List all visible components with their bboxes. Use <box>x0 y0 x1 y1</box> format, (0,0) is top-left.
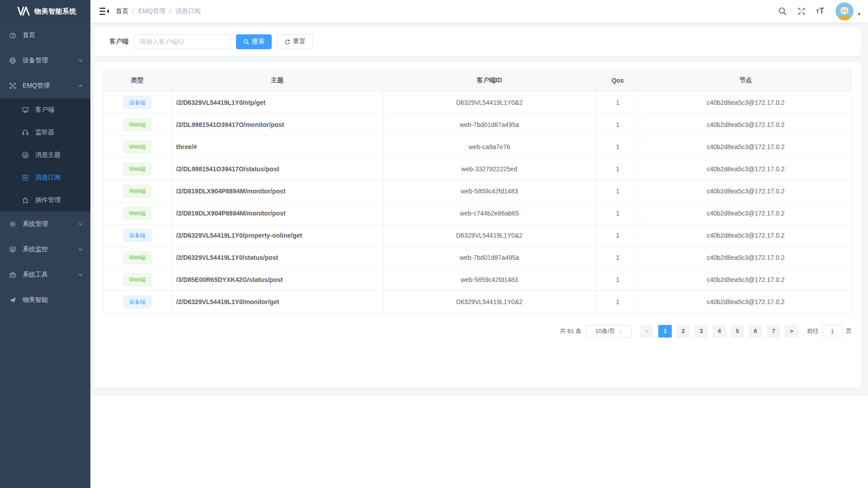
reset-button-label: 重置 <box>293 38 306 46</box>
navbar-actions: TT <box>773 2 862 20</box>
topic-cell: /2/DL9981541O39417O/status/post <box>171 158 383 180</box>
type-badge: Web端 <box>123 163 151 175</box>
app-root: 物美智能系统 首页 设备管理 <box>0 0 868 488</box>
sidebar-item-tools[interactable]: 系统工具 <box>0 262 90 287</box>
goto-page-input[interactable] <box>822 325 842 338</box>
sidebar-item-label: 物美智能 <box>23 296 48 304</box>
topic-cell: /2/D819DLX904P8894M/monitor/post <box>171 202 383 225</box>
reset-button[interactable]: 重置 <box>277 34 313 49</box>
col-qos: Qos <box>595 70 640 92</box>
sidebar-item-label: 客户端 <box>35 106 54 114</box>
gear-icon <box>9 221 16 228</box>
dashboard-icon <box>9 32 16 39</box>
topic-cell: /3/D85E00R65DYXK42G/status/post <box>171 269 383 291</box>
qos-cell: 1 <box>595 92 640 114</box>
sidebar-item-devices[interactable]: 设备管理 <box>0 48 90 73</box>
type-badge: 设备端 <box>123 296 151 308</box>
type-badge: 设备端 <box>123 96 151 109</box>
search-icon <box>243 39 249 45</box>
page-button-3[interactable]: 3 <box>694 325 708 338</box>
topic-cell: /2/D6329VL54419L1Y0/status/post <box>171 247 383 269</box>
topic-cell: /2/D6329VL54419L1Y0/monitor/get <box>171 291 383 313</box>
next-page-button[interactable]: > <box>785 325 798 338</box>
breadcrumb-separator: / <box>170 8 171 15</box>
paper-plane-icon <box>9 296 16 304</box>
sidebar-item-label: 系统监控 <box>23 245 48 253</box>
subscriptions-table: 类型 主题 客户端ID Qos 节点 设备端 /2/D6329VL54419L1… <box>103 69 852 313</box>
page-button-4[interactable]: 4 <box>712 325 726 338</box>
qos-cell: 1 <box>595 247 640 269</box>
monitor-chart-icon <box>9 246 16 253</box>
sidebar-item-monitor[interactable]: 系统监控 <box>0 237 90 262</box>
page-button-2[interactable]: 2 <box>676 325 690 338</box>
page-size-value: 10条/页 <box>595 327 615 335</box>
topic-cell: /2/D6329VL54419L1Y0/property-online/get <box>171 225 383 247</box>
node-cell: c40b2d8ea5c3@172.17.0.2 <box>640 269 851 291</box>
page-button-5[interactable]: 5 <box>731 325 744 338</box>
sidebar-item-topic[interactable]: @ 消息主题 <box>0 144 90 166</box>
type-badge: Web端 <box>123 251 151 264</box>
chevron-down-icon <box>78 58 83 63</box>
sidebar-item-system[interactable]: 系统管理 <box>0 211 90 237</box>
page-button-7[interactable]: 7 <box>767 325 780 338</box>
avatar[interactable] <box>835 2 854 20</box>
table-row: Web端 /2/D819DLX904P8894M/monitor/post we… <box>104 202 852 225</box>
search-button[interactable]: 搜索 <box>236 34 272 49</box>
client-id-input[interactable] <box>134 34 231 49</box>
sidebar-item-home[interactable]: 首页 <box>0 23 90 48</box>
fullscreen-icon[interactable] <box>797 7 806 16</box>
pagination: 共 61 条 10条/页 ∨ < 1 2 3 4 5 6 7 > 前往 <box>103 325 852 338</box>
node-cell: c40b2d8ea5c3@172.17.0.2 <box>640 225 851 247</box>
sidebar-item-client[interactable]: 客户端 <box>0 99 90 121</box>
caret-down-icon: ▼ <box>857 11 862 17</box>
sidebar-item-subscribe[interactable]: 消息订阅 <box>0 166 90 189</box>
main-area: 首页 / EMQ管理 / 消息订阅 TT <box>90 0 868 488</box>
chevron-down-icon <box>78 247 83 252</box>
sidebar-item-plugin[interactable]: 插件管理 <box>0 189 90 211</box>
topic-cell: /2/D819DLX904P8894M/monitor/post <box>171 180 383 202</box>
qos-cell: 1 <box>595 180 640 202</box>
client-cell: web-5859c42fd1483 <box>383 269 595 291</box>
client-field-label: 客户端 <box>109 38 128 46</box>
client-cell: web-c744b2e86ab65 <box>383 202 595 225</box>
desktop-icon <box>22 106 29 113</box>
client-cell: web-7bd01d87a495a <box>383 247 595 269</box>
page-button-1[interactable]: 1 <box>658 325 672 338</box>
puzzle-icon <box>22 197 29 204</box>
breadcrumb-separator: / <box>132 8 134 15</box>
briefcase-icon <box>9 271 16 278</box>
font-size-icon[interactable]: TT <box>816 6 824 16</box>
search-icon[interactable] <box>778 7 787 16</box>
sidebar-item-emq[interactable]: EMQ管理 <box>0 73 90 99</box>
subscriptions-card: 类型 主题 客户端ID Qos 节点 设备端 /2/D6329VL54419L1… <box>94 62 861 388</box>
sidebar-item-label: 设备管理 <box>23 56 48 65</box>
node-cell: c40b2d8ea5c3@172.17.0.2 <box>640 114 851 136</box>
headset-icon <box>22 129 29 136</box>
sidebar-item-listener[interactable]: 监听器 <box>0 121 90 144</box>
client-cell: D6329VL54419L1Y0&2 <box>383 291 595 313</box>
page-content: 客户端 搜索 重置 <box>90 23 868 396</box>
goto-page: 前往 页 <box>807 325 852 338</box>
type-badge: Web端 <box>123 141 151 153</box>
breadcrumb-home[interactable]: 首页 <box>116 7 128 15</box>
table-row: Web端 /2/D6329VL54419L1Y0/status/post web… <box>104 247 852 269</box>
goto-label: 前往 <box>807 327 819 335</box>
chevron-down-icon: ∨ <box>619 329 622 334</box>
logo[interactable]: 物美智能系统 <box>0 0 90 23</box>
prev-page-button[interactable]: < <box>640 325 654 338</box>
sidebar-toggle-icon[interactable] <box>99 7 109 16</box>
top-navbar: 首页 / EMQ管理 / 消息订阅 TT <box>90 0 868 23</box>
sidebar-item-label: 首页 <box>23 31 35 39</box>
qos-cell: 1 <box>595 136 640 158</box>
client-cell: web-5859c42fd1483 <box>383 180 595 202</box>
sidebar: 物美智能系统 首页 设备管理 <box>0 0 90 488</box>
page-size-select[interactable]: 10条/页 ∨ <box>586 325 632 338</box>
user-menu[interactable]: ▼ <box>835 2 862 20</box>
emq-nodes-icon <box>9 82 16 89</box>
col-client: 客户端ID <box>383 70 595 92</box>
node-cell: c40b2d8ea5c3@172.17.0.2 <box>640 291 851 313</box>
sidebar-item-wumei[interactable]: 物美智能 <box>0 287 90 313</box>
client-cell: web-ca9a7e76 <box>383 136 595 158</box>
page-button-6[interactable]: 6 <box>749 325 762 338</box>
sidebar-item-label: 消息主题 <box>35 151 61 159</box>
